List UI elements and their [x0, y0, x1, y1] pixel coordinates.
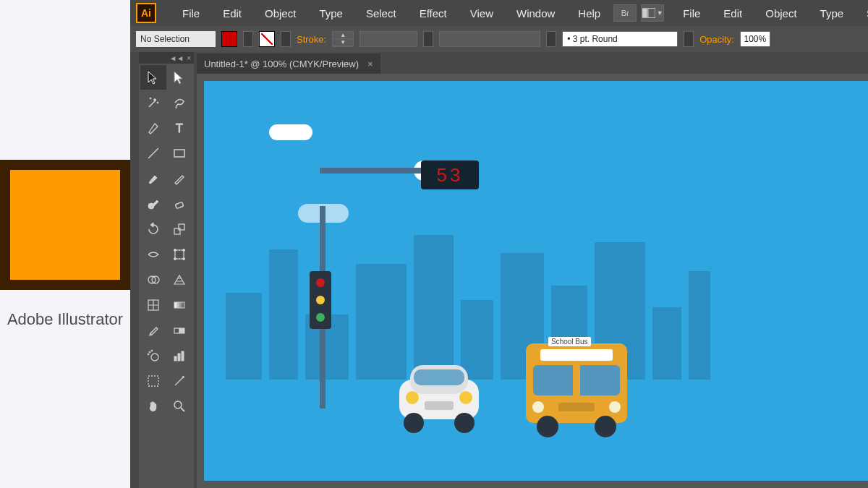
svg-rect-0 — [642, 8, 647, 18]
lasso-tool[interactable] — [167, 90, 193, 115]
fill-swatch[interactable] — [221, 31, 237, 47]
options-bar: No Selection Stroke: ▲▼ • 3 pt. Round Op… — [130, 26, 868, 52]
symbol-sprayer-tool[interactable] — [140, 343, 166, 368]
direct-selection-tool[interactable] — [167, 65, 193, 90]
svg-rect-8 — [174, 228, 180, 234]
svg-point-43 — [595, 416, 616, 437]
workspace: ◄◄ × T Untitled-1* @ 100% (CMYK/Preview)… — [130, 52, 868, 488]
artwork-bus-sign: School Bus — [548, 337, 591, 346]
mesh-tool[interactable] — [140, 293, 166, 317]
variable-width-dropdown[interactable] — [546, 31, 556, 47]
workspace-layout-button[interactable]: ▼ — [641, 4, 664, 22]
artboard-tool[interactable] — [140, 369, 166, 393]
menu-select[interactable]: Select — [356, 4, 407, 22]
tool-grid: T — [139, 64, 194, 488]
menu-view[interactable]: View — [460, 4, 503, 22]
panel-close-icon[interactable]: × — [187, 54, 191, 62]
stroke-swatch[interactable] — [259, 31, 275, 47]
column-graph-tool[interactable] — [167, 343, 193, 368]
variable-width-profile[interactable] — [439, 31, 540, 47]
menu-window[interactable]: Window — [506, 4, 565, 22]
svg-point-34 — [454, 413, 475, 433]
svg-point-21 — [151, 354, 158, 361]
stroke-style-dropdown[interactable] — [423, 31, 433, 47]
selection-tool[interactable] — [140, 65, 166, 90]
hand-tool[interactable] — [140, 394, 166, 419]
svg-point-44 — [532, 401, 544, 413]
svg-point-12 — [183, 249, 185, 252]
artwork-counter: 53 — [421, 160, 479, 189]
eyedropper-tool[interactable] — [140, 318, 166, 343]
svg-text:T: T — [176, 122, 183, 134]
rectangle-tool[interactable] — [167, 141, 193, 166]
pencil-tool[interactable] — [167, 166, 193, 191]
svg-rect-18 — [174, 302, 184, 308]
rotate-tool[interactable] — [140, 217, 166, 241]
svg-point-33 — [404, 413, 424, 433]
menu-select[interactable]: Select — [856, 4, 868, 22]
zoom-tool[interactable] — [167, 394, 193, 419]
shape-builder-tool[interactable] — [140, 267, 166, 292]
stroke-weight-field[interactable] — [359, 31, 417, 47]
tool-panel-header: ◄◄ × — [139, 52, 194, 64]
selection-status[interactable]: No Selection — [136, 31, 216, 47]
stroke-weight-stepper[interactable]: ▲▼ — [332, 31, 354, 47]
canvas-viewport[interactable]: 53 — [197, 74, 868, 488]
menu-effect[interactable]: Effect — [409, 4, 457, 22]
perspective-grid-tool[interactable] — [167, 267, 193, 292]
fill-dropdown[interactable] — [243, 31, 253, 47]
menu-help[interactable]: Help — [568, 4, 610, 22]
svg-rect-26 — [178, 354, 180, 361]
artwork-cloud — [269, 124, 312, 140]
slice-tool[interactable] — [167, 369, 193, 393]
blob-brush-tool[interactable] — [140, 192, 166, 216]
pen-tool[interactable] — [140, 116, 166, 140]
artboard[interactable]: 53 — [204, 81, 868, 481]
brush-definition-field[interactable]: • 3 pt. Round — [562, 31, 678, 47]
svg-point-11 — [174, 249, 176, 252]
free-transform-tool[interactable] — [167, 242, 193, 267]
canvas-area: Untitled-1* @ 100% (CMYK/Preview) × — [194, 52, 868, 488]
type-tool[interactable]: T — [167, 116, 193, 140]
eraser-tool[interactable] — [167, 192, 193, 216]
magic-wand-tool[interactable] — [140, 90, 166, 115]
brush-dropdown[interactable] — [684, 31, 694, 47]
paintbrush-tool[interactable] — [140, 166, 166, 191]
menubar-right-tools: Br ▼ — [613, 4, 670, 22]
artwork-car — [385, 358, 493, 437]
document-tab[interactable]: Untitled-1* @ 100% (CMYK/Preview) × — [197, 53, 380, 74]
svg-rect-25 — [174, 356, 176, 361]
bridge-button[interactable]: Br — [613, 4, 637, 22]
stroke-dropdown[interactable] — [281, 31, 291, 47]
svg-point-35 — [406, 391, 419, 404]
menu-edit[interactable]: Edit — [213, 4, 252, 22]
app-badge-icon: Ai — [136, 3, 156, 23]
svg-rect-27 — [182, 351, 184, 361]
svg-rect-32 — [414, 369, 464, 385]
illustrator-window: Ai FileEditObjectTypeSelectEffectViewWin… — [130, 0, 868, 488]
menu-object[interactable]: Object — [255, 4, 306, 22]
blend-tool[interactable] — [167, 318, 193, 343]
menu-type[interactable]: Type — [309, 4, 353, 22]
opacity-label: Opacity: — [699, 34, 734, 45]
width-tool[interactable] — [140, 242, 166, 267]
menu-file[interactable]: File — [172, 4, 210, 22]
svg-rect-41 — [540, 349, 613, 361]
menu-object[interactable]: Object — [755, 4, 807, 22]
svg-rect-1 — [648, 8, 655, 18]
panel-collapse-icon[interactable]: ◄◄ — [169, 54, 184, 62]
app-name-label: Adobe Illustrator — [7, 310, 123, 329]
line-tool[interactable] — [140, 141, 166, 166]
menu-edit[interactable]: Edit — [713, 4, 752, 22]
scale-tool[interactable] — [167, 217, 193, 241]
svg-point-2 — [150, 98, 151, 99]
menu-type[interactable]: Type — [810, 4, 854, 22]
opacity-field[interactable]: 100% — [740, 31, 770, 47]
close-tab-icon[interactable]: × — [367, 59, 373, 69]
gradient-tool[interactable] — [167, 293, 193, 317]
menu-file[interactable]: File — [673, 4, 710, 22]
svg-point-14 — [183, 258, 185, 260]
svg-point-29 — [174, 401, 182, 408]
svg-point-36 — [459, 391, 472, 404]
svg-rect-40 — [573, 365, 580, 395]
